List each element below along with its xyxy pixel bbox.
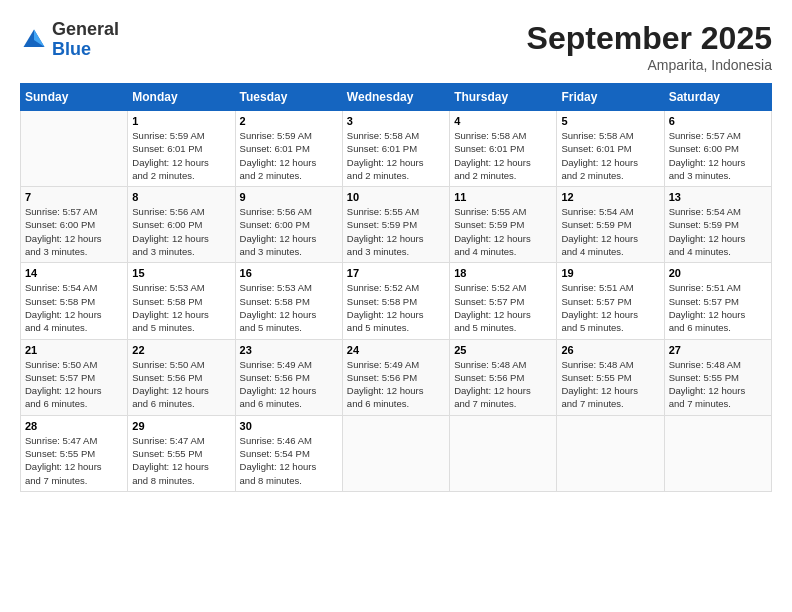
day-number: 10: [347, 191, 445, 203]
calendar-week-1: 1Sunrise: 5:59 AMSunset: 6:01 PMDaylight…: [21, 111, 772, 187]
day-info: Sunrise: 5:50 AMSunset: 5:57 PMDaylight:…: [25, 358, 123, 411]
calendar-cell: 16Sunrise: 5:53 AMSunset: 5:58 PMDayligh…: [235, 263, 342, 339]
day-number: 12: [561, 191, 659, 203]
day-info: Sunrise: 5:58 AMSunset: 6:01 PMDaylight:…: [347, 129, 445, 182]
day-number: 30: [240, 420, 338, 432]
day-info: Sunrise: 5:58 AMSunset: 6:01 PMDaylight:…: [454, 129, 552, 182]
calendar-cell: 10Sunrise: 5:55 AMSunset: 5:59 PMDayligh…: [342, 187, 449, 263]
calendar-cell: 12Sunrise: 5:54 AMSunset: 5:59 PMDayligh…: [557, 187, 664, 263]
calendar-cell: [664, 415, 771, 491]
day-number: 20: [669, 267, 767, 279]
logo-text: General Blue: [52, 20, 119, 60]
day-number: 26: [561, 344, 659, 356]
logo-general: General: [52, 20, 119, 40]
calendar-cell: [450, 415, 557, 491]
day-number: 25: [454, 344, 552, 356]
day-number: 6: [669, 115, 767, 127]
calendar-cell: 24Sunrise: 5:49 AMSunset: 5:56 PMDayligh…: [342, 339, 449, 415]
calendar-cell: 22Sunrise: 5:50 AMSunset: 5:56 PMDayligh…: [128, 339, 235, 415]
day-info: Sunrise: 5:54 AMSunset: 5:59 PMDaylight:…: [669, 205, 767, 258]
day-number: 11: [454, 191, 552, 203]
day-info: Sunrise: 5:52 AMSunset: 5:58 PMDaylight:…: [347, 281, 445, 334]
day-info: Sunrise: 5:47 AMSunset: 5:55 PMDaylight:…: [132, 434, 230, 487]
weekday-header-sunday: Sunday: [21, 84, 128, 111]
month-title: September 2025: [527, 20, 772, 57]
day-number: 28: [25, 420, 123, 432]
day-number: 27: [669, 344, 767, 356]
day-info: Sunrise: 5:48 AMSunset: 5:55 PMDaylight:…: [669, 358, 767, 411]
day-number: 24: [347, 344, 445, 356]
day-info: Sunrise: 5:46 AMSunset: 5:54 PMDaylight:…: [240, 434, 338, 487]
page-header: General Blue September 2025 Amparita, In…: [20, 20, 772, 73]
weekday-header-monday: Monday: [128, 84, 235, 111]
title-block: September 2025 Amparita, Indonesia: [527, 20, 772, 73]
calendar-cell: 30Sunrise: 5:46 AMSunset: 5:54 PMDayligh…: [235, 415, 342, 491]
day-info: Sunrise: 5:47 AMSunset: 5:55 PMDaylight:…: [25, 434, 123, 487]
calendar-cell: 15Sunrise: 5:53 AMSunset: 5:58 PMDayligh…: [128, 263, 235, 339]
calendar-cell: 11Sunrise: 5:55 AMSunset: 5:59 PMDayligh…: [450, 187, 557, 263]
day-number: 14: [25, 267, 123, 279]
day-info: Sunrise: 5:51 AMSunset: 5:57 PMDaylight:…: [561, 281, 659, 334]
day-number: 3: [347, 115, 445, 127]
calendar-cell: 4Sunrise: 5:58 AMSunset: 6:01 PMDaylight…: [450, 111, 557, 187]
day-number: 1: [132, 115, 230, 127]
calendar-cell: [21, 111, 128, 187]
weekday-header-friday: Friday: [557, 84, 664, 111]
calendar-cell: 5Sunrise: 5:58 AMSunset: 6:01 PMDaylight…: [557, 111, 664, 187]
day-info: Sunrise: 5:55 AMSunset: 5:59 PMDaylight:…: [347, 205, 445, 258]
day-info: Sunrise: 5:50 AMSunset: 5:56 PMDaylight:…: [132, 358, 230, 411]
day-info: Sunrise: 5:57 AMSunset: 6:00 PMDaylight:…: [669, 129, 767, 182]
day-info: Sunrise: 5:54 AMSunset: 5:59 PMDaylight:…: [561, 205, 659, 258]
day-number: 5: [561, 115, 659, 127]
day-number: 17: [347, 267, 445, 279]
day-number: 19: [561, 267, 659, 279]
calendar-week-4: 21Sunrise: 5:50 AMSunset: 5:57 PMDayligh…: [21, 339, 772, 415]
calendar-cell: 19Sunrise: 5:51 AMSunset: 5:57 PMDayligh…: [557, 263, 664, 339]
weekday-header-tuesday: Tuesday: [235, 84, 342, 111]
calendar-cell: 9Sunrise: 5:56 AMSunset: 6:00 PMDaylight…: [235, 187, 342, 263]
day-number: 7: [25, 191, 123, 203]
calendar-cell: 6Sunrise: 5:57 AMSunset: 6:00 PMDaylight…: [664, 111, 771, 187]
day-info: Sunrise: 5:59 AMSunset: 6:01 PMDaylight:…: [132, 129, 230, 182]
day-number: 15: [132, 267, 230, 279]
location: Amparita, Indonesia: [527, 57, 772, 73]
day-info: Sunrise: 5:56 AMSunset: 6:00 PMDaylight:…: [240, 205, 338, 258]
day-info: Sunrise: 5:54 AMSunset: 5:58 PMDaylight:…: [25, 281, 123, 334]
day-info: Sunrise: 5:49 AMSunset: 5:56 PMDaylight:…: [240, 358, 338, 411]
calendar-cell: 21Sunrise: 5:50 AMSunset: 5:57 PMDayligh…: [21, 339, 128, 415]
day-info: Sunrise: 5:57 AMSunset: 6:00 PMDaylight:…: [25, 205, 123, 258]
calendar-cell: [557, 415, 664, 491]
calendar-cell: 28Sunrise: 5:47 AMSunset: 5:55 PMDayligh…: [21, 415, 128, 491]
weekday-header-wednesday: Wednesday: [342, 84, 449, 111]
day-info: Sunrise: 5:48 AMSunset: 5:56 PMDaylight:…: [454, 358, 552, 411]
day-number: 2: [240, 115, 338, 127]
calendar-week-3: 14Sunrise: 5:54 AMSunset: 5:58 PMDayligh…: [21, 263, 772, 339]
logo: General Blue: [20, 20, 119, 60]
day-info: Sunrise: 5:55 AMSunset: 5:59 PMDaylight:…: [454, 205, 552, 258]
day-info: Sunrise: 5:53 AMSunset: 5:58 PMDaylight:…: [240, 281, 338, 334]
weekday-header-row: SundayMondayTuesdayWednesdayThursdayFrid…: [21, 84, 772, 111]
day-info: Sunrise: 5:52 AMSunset: 5:57 PMDaylight:…: [454, 281, 552, 334]
day-number: 16: [240, 267, 338, 279]
day-number: 18: [454, 267, 552, 279]
calendar-week-2: 7Sunrise: 5:57 AMSunset: 6:00 PMDaylight…: [21, 187, 772, 263]
calendar-week-5: 28Sunrise: 5:47 AMSunset: 5:55 PMDayligh…: [21, 415, 772, 491]
day-number: 4: [454, 115, 552, 127]
calendar-cell: [342, 415, 449, 491]
day-info: Sunrise: 5:51 AMSunset: 5:57 PMDaylight:…: [669, 281, 767, 334]
day-number: 23: [240, 344, 338, 356]
calendar-cell: 23Sunrise: 5:49 AMSunset: 5:56 PMDayligh…: [235, 339, 342, 415]
calendar-cell: 26Sunrise: 5:48 AMSunset: 5:55 PMDayligh…: [557, 339, 664, 415]
calendar-cell: 1Sunrise: 5:59 AMSunset: 6:01 PMDaylight…: [128, 111, 235, 187]
calendar-cell: 8Sunrise: 5:56 AMSunset: 6:00 PMDaylight…: [128, 187, 235, 263]
calendar-cell: 7Sunrise: 5:57 AMSunset: 6:00 PMDaylight…: [21, 187, 128, 263]
calendar-cell: 20Sunrise: 5:51 AMSunset: 5:57 PMDayligh…: [664, 263, 771, 339]
day-number: 8: [132, 191, 230, 203]
day-number: 21: [25, 344, 123, 356]
calendar-table: SundayMondayTuesdayWednesdayThursdayFrid…: [20, 83, 772, 492]
day-number: 29: [132, 420, 230, 432]
day-info: Sunrise: 5:49 AMSunset: 5:56 PMDaylight:…: [347, 358, 445, 411]
calendar-cell: 17Sunrise: 5:52 AMSunset: 5:58 PMDayligh…: [342, 263, 449, 339]
calendar-cell: 18Sunrise: 5:52 AMSunset: 5:57 PMDayligh…: [450, 263, 557, 339]
calendar-cell: 2Sunrise: 5:59 AMSunset: 6:01 PMDaylight…: [235, 111, 342, 187]
